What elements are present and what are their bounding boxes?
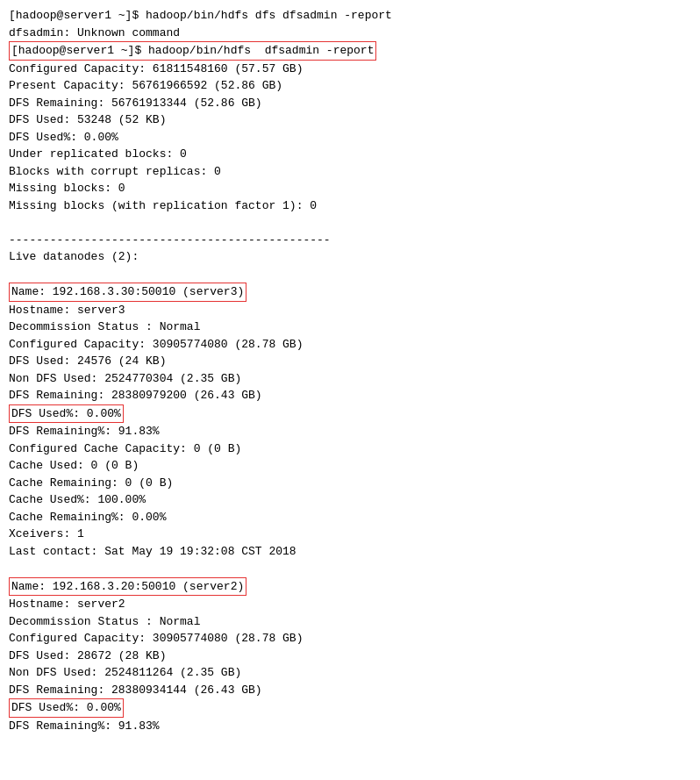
terminal-line: Xceivers: 1 xyxy=(9,526,691,543)
terminal-line: Decommission Status : Normal xyxy=(9,318,691,336)
terminal-line xyxy=(9,560,691,577)
terminal-line: DFS Used%: 0.00% xyxy=(9,698,691,718)
terminal-line: Live datanodes (2): xyxy=(9,248,691,266)
terminal-line: Blocks with corrupt replicas: 0 xyxy=(9,163,691,181)
terminal-line: Cache Remaining: 0 (0 B) xyxy=(9,475,691,492)
terminal-line: Decommission Status : Normal xyxy=(9,613,691,631)
terminal-line: Missing blocks (with replication factor … xyxy=(9,197,691,215)
terminal-line: Non DFS Used: 2524811264 (2.35 GB) xyxy=(9,664,691,682)
highlighted-box: [hadoop@server1 ~]$ hadoop/bin/hdfs dfsa… xyxy=(9,41,376,61)
terminal-line: [hadoop@server1 ~]$ hadoop/bin/hdfs dfs … xyxy=(9,7,691,25)
highlighted-box: Name: 192.168.3.30:50010 (server3) xyxy=(9,283,246,302)
terminal-line: Missing blocks: 0 xyxy=(9,180,691,197)
terminal-line: DFS Remaining: 56761913344 (52.86 GB) xyxy=(9,95,691,112)
terminal-line: Cache Remaining%: 0.00% xyxy=(9,509,691,526)
terminal-line: Configured Cache Capacity: 0 (0 B) xyxy=(9,440,691,458)
terminal-line: DFS Used%: 0.00% xyxy=(9,404,691,424)
highlighted-box: DFS Used%: 0.00% xyxy=(9,698,124,718)
terminal-line: ----------------------------------------… xyxy=(9,232,691,249)
terminal-line: Under replicated blocks: 0 xyxy=(9,146,691,163)
terminal-line: Hostname: server3 xyxy=(9,302,691,319)
terminal-line: Last contact: Sat May 19 19:32:08 CST 20… xyxy=(9,543,691,561)
terminal-line: Present Capacity: 56761966592 (52.86 GB) xyxy=(9,77,691,95)
terminal-line: DFS Used: 28672 (28 KB) xyxy=(9,648,691,665)
terminal-line: DFS Used%: 0.00% xyxy=(9,129,691,147)
terminal-line xyxy=(9,214,691,232)
terminal-line: DFS Remaining%: 91.83% xyxy=(9,718,691,735)
terminal-line: Hostname: server2 xyxy=(9,596,691,613)
terminal-line: Configured Capacity: 30905774080 (28.78 … xyxy=(9,630,691,648)
terminal-line: DFS Used: 24576 (24 KB) xyxy=(9,353,691,370)
terminal-line xyxy=(9,266,691,283)
terminal-line: dfsadmin: Unknown command xyxy=(9,25,691,42)
terminal-line: Name: 192.168.3.20:50010 (server2) xyxy=(9,577,691,597)
terminal-line: Cache Used: 0 (0 B) xyxy=(9,457,691,475)
terminal-line: [hadoop@server1 ~]$ hadoop/bin/hdfs dfsa… xyxy=(9,41,691,61)
terminal-line: DFS Remaining: 28380979200 (26.43 GB) xyxy=(9,387,691,404)
terminal-line: Configured Capacity: 30905774080 (28.78 … xyxy=(9,336,691,354)
terminal-line: DFS Used: 53248 (52 KB) xyxy=(9,111,691,129)
terminal-line: Name: 192.168.3.30:50010 (server3) xyxy=(9,283,691,302)
terminal-line: Configured Capacity: 61811548160 (57.57 … xyxy=(9,61,691,78)
highlighted-box: DFS Used%: 0.00% xyxy=(9,404,124,424)
terminal-line: Non DFS Used: 2524770304 (2.35 GB) xyxy=(9,370,691,388)
terminal-line: DFS Remaining: 28380934144 (26.43 GB) xyxy=(9,682,691,699)
terminal-output: [hadoop@server1 ~]$ hadoop/bin/hdfs dfs … xyxy=(9,7,691,734)
terminal-line: DFS Remaining%: 91.83% xyxy=(9,423,691,440)
terminal-line: Cache Used%: 100.00% xyxy=(9,491,691,509)
highlighted-box: Name: 192.168.3.20:50010 (server2) xyxy=(9,577,246,597)
